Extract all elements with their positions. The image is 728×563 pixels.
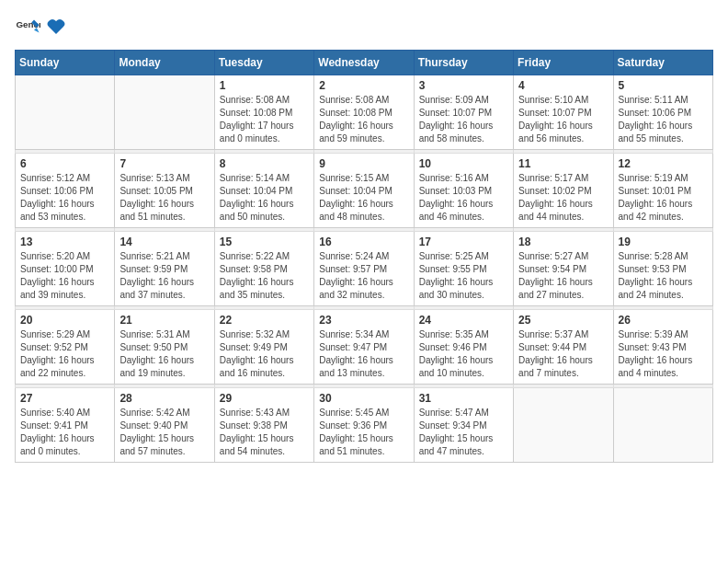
day-info: Sunrise: 5:43 AM Sunset: 9:38 PM Dayligh… [220,407,309,458]
day-header-wednesday: Wednesday [314,51,414,75]
day-info: Sunrise: 5:35 AM Sunset: 9:46 PM Dayligh… [419,328,508,380]
calendar-cell [514,388,613,463]
day-info: Sunrise: 5:21 AM Sunset: 9:59 PM Dayligh… [119,250,209,302]
calendar-cell: 30Sunrise: 5:45 AM Sunset: 9:36 PM Dayli… [314,388,414,463]
day-number: 24 [419,314,508,327]
calendar-cell: 27Sunrise: 5:40 AM Sunset: 9:41 PM Dayli… [16,388,115,463]
day-number: 15 [220,236,309,248]
calendar-cell: 20Sunrise: 5:29 AM Sunset: 9:52 PM Dayli… [16,310,115,385]
day-header-thursday: Thursday [414,51,513,75]
day-info: Sunrise: 5:32 AM Sunset: 9:49 PM Dayligh… [220,328,309,380]
calendar-cell: 25Sunrise: 5:37 AM Sunset: 9:44 PM Dayli… [514,310,613,385]
calendar-cell: 26Sunrise: 5:39 AM Sunset: 9:43 PM Dayli… [613,310,712,385]
calendar-cell: 17Sunrise: 5:25 AM Sunset: 9:55 PM Dayli… [414,232,513,306]
day-number: 29 [220,392,309,405]
day-info: Sunrise: 5:08 AM Sunset: 10:08 PM Daylig… [220,94,309,145]
day-number: 1 [220,79,309,92]
calendar-week-4: 20Sunrise: 5:29 AM Sunset: 9:52 PM Dayli… [16,310,713,385]
day-info: Sunrise: 5:40 AM Sunset: 9:41 PM Dayligh… [20,407,109,458]
calendar-cell: 29Sunrise: 5:43 AM Sunset: 9:38 PM Dayli… [214,388,313,463]
day-info: Sunrise: 5:45 AM Sunset: 9:36 PM Dayligh… [319,407,408,458]
day-info: Sunrise: 5:34 AM Sunset: 9:47 PM Dayligh… [319,328,408,380]
day-info: Sunrise: 5:39 AM Sunset: 9:43 PM Dayligh… [619,328,708,380]
calendar-cell: 10Sunrise: 5:16 AM Sunset: 10:03 PM Dayl… [414,154,513,228]
page-header: General [15,15,713,40]
day-info: Sunrise: 5:10 AM Sunset: 10:07 PM Daylig… [518,94,608,145]
day-number: 12 [619,157,708,170]
calendar-cell: 13Sunrise: 5:20 AM Sunset: 10:00 PM Dayl… [16,232,115,306]
day-info: Sunrise: 5:24 AM Sunset: 9:57 PM Dayligh… [319,250,408,302]
calendar-cell: 1Sunrise: 5:08 AM Sunset: 10:08 PM Dayli… [214,75,313,150]
calendar-cell: 19Sunrise: 5:28 AM Sunset: 9:53 PM Dayli… [613,232,712,306]
day-info: Sunrise: 5:27 AM Sunset: 9:54 PM Dayligh… [518,250,608,302]
day-info: Sunrise: 5:25 AM Sunset: 9:55 PM Dayligh… [419,250,508,302]
day-info: Sunrise: 5:08 AM Sunset: 10:08 PM Daylig… [319,94,408,145]
day-number: 10 [419,157,508,170]
day-number: 14 [119,236,209,248]
logo-icon: General [15,15,40,40]
day-number: 30 [319,392,408,405]
calendar-cell: 7Sunrise: 5:13 AM Sunset: 10:05 PM Dayli… [115,154,214,228]
day-info: Sunrise: 5:20 AM Sunset: 10:00 PM Daylig… [20,250,109,302]
day-number: 31 [419,392,508,405]
logo-wave-icon [46,17,66,38]
day-info: Sunrise: 5:14 AM Sunset: 10:04 PM Daylig… [220,172,309,224]
calendar-cell: 9Sunrise: 5:15 AM Sunset: 10:04 PM Dayli… [314,154,414,228]
calendar-table: SundayMondayTuesdayWednesdayThursdayFrid… [15,50,713,463]
day-info: Sunrise: 5:28 AM Sunset: 9:53 PM Dayligh… [619,250,708,302]
calendar-cell: 16Sunrise: 5:24 AM Sunset: 9:57 PM Dayli… [314,232,414,306]
day-info: Sunrise: 5:11 AM Sunset: 10:06 PM Daylig… [619,94,708,145]
calendar-cell: 11Sunrise: 5:17 AM Sunset: 10:02 PM Dayl… [514,154,613,228]
calendar-cell: 4Sunrise: 5:10 AM Sunset: 10:07 PM Dayli… [514,75,613,150]
day-number: 28 [119,392,209,405]
calendar-cell: 31Sunrise: 5:47 AM Sunset: 9:34 PM Dayli… [414,388,513,463]
calendar-cell: 21Sunrise: 5:31 AM Sunset: 9:50 PM Dayli… [115,310,214,385]
day-number: 3 [419,79,508,92]
day-number: 2 [319,79,408,92]
calendar-week-5: 27Sunrise: 5:40 AM Sunset: 9:41 PM Dayli… [16,388,713,463]
day-info: Sunrise: 5:42 AM Sunset: 9:40 PM Dayligh… [119,407,209,458]
calendar-cell [16,75,115,150]
day-info: Sunrise: 5:37 AM Sunset: 9:44 PM Dayligh… [518,328,608,380]
day-number: 26 [619,314,708,327]
day-number: 4 [518,79,608,92]
calendar-cell: 8Sunrise: 5:14 AM Sunset: 10:04 PM Dayli… [214,154,313,228]
day-number: 27 [20,392,109,405]
day-info: Sunrise: 5:15 AM Sunset: 10:04 PM Daylig… [319,172,408,224]
day-header-sunday: Sunday [16,51,115,75]
day-info: Sunrise: 5:29 AM Sunset: 9:52 PM Dayligh… [20,328,109,380]
day-header-monday: Monday [115,51,214,75]
day-number: 6 [20,157,109,170]
calendar-cell: 28Sunrise: 5:42 AM Sunset: 9:40 PM Dayli… [115,388,214,463]
day-number: 25 [518,314,608,327]
calendar-cell: 5Sunrise: 5:11 AM Sunset: 10:06 PM Dayli… [613,75,712,150]
calendar-cell: 24Sunrise: 5:35 AM Sunset: 9:46 PM Dayli… [414,310,513,385]
day-number: 18 [518,236,608,248]
day-info: Sunrise: 5:47 AM Sunset: 9:34 PM Dayligh… [419,407,508,458]
day-number: 7 [119,157,209,170]
logo: General [15,15,66,40]
calendar-week-2: 6Sunrise: 5:12 AM Sunset: 10:06 PM Dayli… [16,154,713,228]
calendar-cell [613,388,712,463]
day-header-tuesday: Tuesday [214,51,313,75]
day-number: 5 [619,79,708,92]
day-info: Sunrise: 5:31 AM Sunset: 9:50 PM Dayligh… [119,328,209,380]
calendar-cell: 2Sunrise: 5:08 AM Sunset: 10:08 PM Dayli… [314,75,414,150]
day-info: Sunrise: 5:09 AM Sunset: 10:07 PM Daylig… [419,94,508,145]
day-number: 19 [619,236,708,248]
day-number: 23 [319,314,408,327]
calendar-cell: 23Sunrise: 5:34 AM Sunset: 9:47 PM Dayli… [314,310,414,385]
day-number: 16 [319,236,408,248]
day-info: Sunrise: 5:13 AM Sunset: 10:05 PM Daylig… [119,172,209,224]
day-header-friday: Friday [514,51,613,75]
day-info: Sunrise: 5:16 AM Sunset: 10:03 PM Daylig… [419,172,508,224]
day-number: 13 [20,236,109,248]
calendar-cell: 18Sunrise: 5:27 AM Sunset: 9:54 PM Dayli… [514,232,613,306]
day-info: Sunrise: 5:19 AM Sunset: 10:01 PM Daylig… [619,172,708,224]
calendar-cell: 3Sunrise: 5:09 AM Sunset: 10:07 PM Dayli… [414,75,513,150]
day-info: Sunrise: 5:22 AM Sunset: 9:58 PM Dayligh… [220,250,309,302]
day-number: 8 [220,157,309,170]
day-header-saturday: Saturday [613,51,712,75]
calendar-cell: 14Sunrise: 5:21 AM Sunset: 9:59 PM Dayli… [115,232,214,306]
calendar-week-3: 13Sunrise: 5:20 AM Sunset: 10:00 PM Dayl… [16,232,713,306]
